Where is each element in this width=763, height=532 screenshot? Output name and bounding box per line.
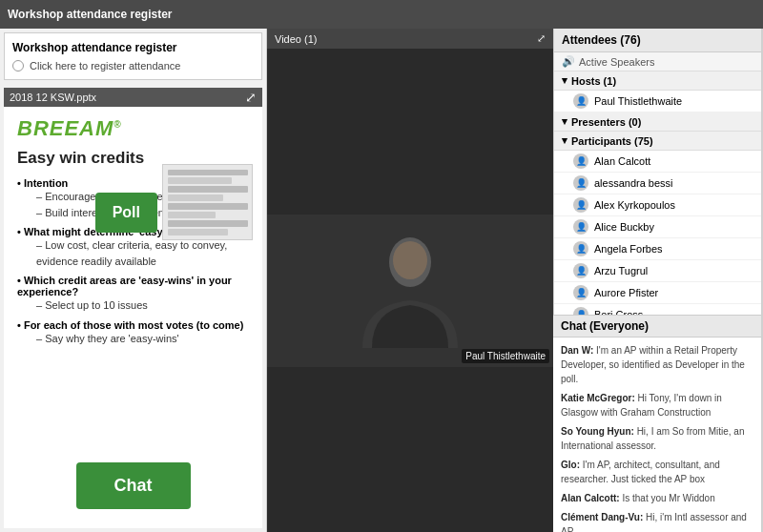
attendee-avatar: 👤: [573, 153, 588, 169]
chat-sender: So Young Hyun:: [561, 426, 634, 437]
video-expand-icon[interactable]: ⤢: [537, 32, 546, 45]
attendee-item: 👤Angela Forbes: [554, 238, 761, 260]
top-bar-title: Workshop attendance register: [8, 8, 173, 21]
breeam-logo: BREEAM®: [17, 116, 249, 141]
chat-message: Clément Dang-Vu: Hi, i'm Intl assessor a…: [561, 510, 753, 532]
video-name-label: Paul Thistlethwaite: [462, 349, 549, 363]
chat-sender: Glo:: [561, 460, 580, 470]
participants-section-header: ▾ Participants (75): [554, 132, 761, 151]
chat-sender: Alan Calcott:: [561, 493, 620, 503]
attendees-header: Attendees (76): [554, 29, 761, 52]
chat-message: Katie McGregor: Hi Tony, I'm down in Gla…: [561, 391, 753, 419]
presenters-section-header: ▾ Presenters (0): [554, 113, 761, 132]
presentation-content: BREEAM® Easy win credits • Intention – E…: [4, 107, 262, 528]
attendee-item: 👤Arzu Tugrul: [554, 260, 761, 282]
attendee-item: 👤Aurore Pfister: [554, 282, 761, 304]
attendee-avatar: 👤: [573, 285, 588, 300]
presentation-topbar: 2018 12 KSW.pptx ⤢: [4, 88, 262, 107]
right-wrapper: Attendees (76) 🔊 Active Speakers ▾ Hosts…: [553, 29, 761, 532]
video-label: Video (1): [275, 33, 317, 45]
poll-button[interactable]: Poll: [95, 193, 157, 233]
top-bar: Workshop attendance register: [0, 0, 763, 29]
active-speakers-icon: 🔊: [562, 55, 575, 68]
main-layout: Workshop attendance register Click here …: [0, 29, 763, 532]
attendee-item: 👤Bori Cross: [554, 304, 761, 315]
register-row: Click here to register attendance: [12, 60, 254, 72]
attendees-list: 👤Alan Calcott👤alessandra bessi👤Alex Kyrk…: [554, 151, 761, 315]
chat-panel: Chat (Everyone) Dan W: I'm an AP within …: [553, 315, 761, 532]
workshop-panel-title: Workshop attendance register: [12, 41, 254, 54]
attendee-avatar: 👤: [573, 175, 588, 191]
left-panel: Workshop attendance register Click here …: [0, 29, 267, 532]
attendees-top: Attendees (76) 🔊 Active Speakers ▾ Hosts…: [553, 29, 761, 315]
middle-panel: Video (1) ⤢ Paul Thistlethwaite: [267, 29, 553, 532]
hosts-collapse-icon[interactable]: ▾: [562, 74, 567, 87]
hosts-section-header: ▾ Hosts (1): [554, 72, 761, 91]
video-person: Paul Thistlethwaite: [267, 215, 553, 367]
slide-thumbnail: [162, 164, 253, 240]
chat-sender: Clément Dang-Vu:: [561, 512, 643, 522]
active-speakers-bar: 🔊 Active Speakers: [554, 52, 761, 72]
video-topbar: Video (1) ⤢: [267, 29, 553, 49]
chat-text: Is that you Mr Widdon: [620, 493, 715, 503]
attendee-item: 👤Alice Buckby: [554, 216, 761, 238]
chat-message: Dan W: I'm an AP within a Retail Propert…: [561, 343, 753, 386]
attendee-avatar: 👤: [573, 197, 588, 213]
attendee-item: 👤alessandra bessi: [554, 173, 761, 194]
chat-message: Alan Calcott: Is that you Mr Widdon: [561, 491, 753, 505]
chat-sender: Dan W:: [561, 345, 593, 356]
chat-message: Glo: I'm AP, architect, consultant, and …: [561, 458, 753, 486]
presenters-collapse-icon[interactable]: ▾: [562, 115, 567, 128]
register-link[interactable]: Click here to register attendance: [30, 60, 180, 72]
bullet-4-sub-1: – Say why they are 'easy-wins': [36, 331, 249, 347]
attendee-avatar: 👤: [573, 307, 588, 315]
attendee-item: 👤Alex Kyrkopoulos: [554, 194, 761, 216]
bullet-3-main: • Which credit areas are 'easy-wins' in …: [17, 275, 249, 297]
bullet-4-main: • For each of those with most votes (to …: [17, 319, 249, 331]
bullet-3-sub-1: – Select up to 10 issues: [36, 297, 249, 314]
video-area: Paul Thistlethwaite: [267, 49, 553, 532]
attendee-avatar-paul: 👤: [573, 93, 588, 109]
slide-thumb: [165, 167, 251, 238]
attendee-item-paul: 👤 Paul Thistlethwaite: [554, 91, 761, 113]
chat-button[interactable]: Chat: [76, 462, 191, 509]
attendee-avatar: 👤: [573, 263, 588, 278]
register-radio[interactable]: [12, 60, 24, 72]
chat-header: Chat (Everyone): [553, 316, 761, 338]
chat-sender: Katie McGregor:: [561, 393, 635, 403]
participants-collapse-icon[interactable]: ▾: [562, 134, 567, 147]
svg-point-1: [393, 241, 427, 279]
chat-text: I'm AP, architect, consultant, and resea…: [561, 460, 720, 484]
chat-messages: Dan W: I'm an AP within a Retail Propert…: [553, 338, 761, 532]
presentation-filename: 2018 12 KSW.pptx: [10, 92, 96, 103]
person-silhouette: [353, 224, 467, 358]
presentation-area: 2018 12 KSW.pptx ⤢ BREEAM® Easy win cred…: [4, 88, 262, 528]
bullet-2-sub-1: – Low cost, clear criteria, easy to conv…: [36, 237, 249, 269]
chat-message: So Young Hyun: Hi, I am So from Mitie, a…: [561, 424, 753, 453]
attendee-item: 👤Alan Calcott: [554, 151, 761, 173]
attendee-avatar: 👤: [573, 241, 588, 256]
workshop-panel: Workshop attendance register Click here …: [4, 32, 262, 80]
attendee-avatar: 👤: [573, 219, 588, 235]
expand-icon[interactable]: ⤢: [245, 90, 257, 105]
